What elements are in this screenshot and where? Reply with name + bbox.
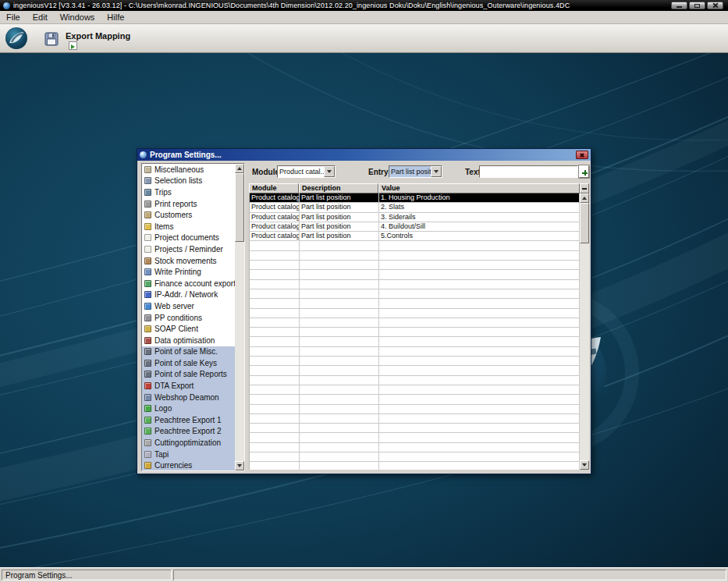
table-row[interactable]	[250, 241, 580, 250]
sidebar-scrollbar[interactable]	[235, 164, 244, 470]
table-cell	[300, 241, 379, 250]
sidebar-item-customers[interactable]: Customers	[142, 209, 235, 221]
table-row[interactable]	[250, 462, 580, 470]
entry-dropdown[interactable]: Part list positi...	[389, 165, 442, 178]
save-button[interactable]	[43, 30, 60, 48]
sidebar-item-webshop-deamon[interactable]: Webshop Deamon	[142, 392, 235, 403]
table-scrollbar[interactable]	[580, 193, 589, 470]
table-row[interactable]: Product catalogsPart list position1. Hou…	[250, 193, 580, 203]
table-row[interactable]	[250, 299, 580, 308]
sidebar-item-label: Items	[154, 222, 173, 231]
sidebar-item-peachtree-export-2[interactable]: Peachtree Export 2	[142, 426, 235, 438]
dropdown-button[interactable]	[431, 166, 442, 177]
sidebar-item-label: Write Printing	[154, 268, 201, 276]
table-cell	[379, 270, 580, 279]
scroll-up-button[interactable]	[235, 164, 244, 173]
sidebar-item-project-documents[interactable]: Project documents	[142, 232, 235, 244]
sidebar-item-cuttingoptimization[interactable]: Cuttingoptimization	[142, 437, 235, 449]
sidebar-item-point-of-sale-misc[interactable]: Point of sale Misc.	[142, 346, 235, 358]
table-row[interactable]	[250, 366, 580, 375]
dialog-close-button[interactable]	[576, 151, 588, 159]
table-row[interactable]	[250, 337, 580, 346]
table-row[interactable]: Product catalogsPart list position3. Sid…	[250, 213, 580, 222]
sidebar-item-label: PP conditions	[154, 314, 202, 322]
scroll-thumb[interactable]	[235, 173, 244, 242]
scroll-up-button[interactable]	[580, 193, 589, 203]
sidebar-item-miscellaneous[interactable]: Miscellaneous	[142, 164, 235, 176]
maximize-button[interactable]	[689, 2, 705, 9]
column-options-button[interactable]	[580, 183, 589, 193]
sidebar-item-label: Trips	[154, 188, 172, 197]
table-row[interactable]	[250, 357, 580, 366]
table-row[interactable]	[250, 328, 580, 337]
table-row[interactable]	[250, 347, 580, 357]
globe-icon	[144, 303, 151, 310]
table-row[interactable]: Product catalogsPart list position5.Cont…	[250, 232, 580, 241]
table-row[interactable]	[250, 289, 580, 299]
table-row[interactable]	[250, 424, 580, 433]
table-row[interactable]	[250, 376, 580, 385]
menu-edit[interactable]: Edit	[27, 11, 54, 24]
dialog-titlebar[interactable]: Program Settings...	[137, 149, 591, 161]
table-cell	[250, 299, 300, 307]
sidebar-item-finance-account-export[interactable]: Finance account export	[142, 278, 235, 289]
window-controls	[671, 2, 723, 9]
status-bar: Program Settings...	[0, 567, 728, 582]
sidebar-item-point-of-sale-keys[interactable]: Point of sale Keys	[142, 357, 235, 369]
table-row[interactable]: Product catalogsPart list position2. Sla…	[250, 203, 580, 212]
sidebar-item-soap-client[interactable]: SOAP Client	[142, 323, 235, 335]
table-row[interactable]	[250, 414, 580, 424]
table-row[interactable]	[250, 443, 580, 452]
table-cell	[379, 366, 580, 374]
sidebar-item-trips[interactable]: Trips	[142, 186, 235, 198]
scroll-down-button[interactable]	[580, 460, 589, 470]
scroll-thumb[interactable]	[580, 203, 589, 243]
table-row[interactable]	[250, 318, 580, 328]
table-cell: Product catalogs	[250, 193, 300, 202]
menu-hilfe[interactable]: Hilfe	[101, 11, 130, 24]
sidebar-item-stock-movements[interactable]: Stock movements	[142, 255, 235, 267]
menu-windows[interactable]: Windows	[54, 11, 101, 24]
export-mapping-button[interactable]: Export Mapping	[66, 28, 130, 42]
scroll-down-button[interactable]	[235, 461, 244, 470]
dropdown-button[interactable]	[324, 166, 335, 177]
sidebar-item-data-optimisation[interactable]: Data optimisation	[142, 335, 235, 346]
column-header-description[interactable]: Description	[299, 183, 378, 193]
table-row[interactable]	[250, 405, 580, 414]
table-cell	[300, 337, 379, 346]
add-entry-button[interactable]	[579, 165, 589, 178]
column-header-value[interactable]: Value	[378, 183, 580, 193]
table-row[interactable]	[250, 251, 580, 261]
table-row[interactable]	[250, 309, 580, 318]
module-dropdown[interactable]: Product catal...	[277, 165, 336, 178]
table-row[interactable]	[250, 280, 580, 289]
table-cell: 3. Siderails	[379, 213, 580, 222]
table-cell	[379, 289, 580, 298]
menu-file[interactable]: File	[0, 11, 27, 24]
sidebar-item-dta-export[interactable]: DTA Export	[142, 380, 235, 392]
table-row[interactable]	[250, 261, 580, 270]
sidebar-item-currencies[interactable]: Currencies	[142, 460, 235, 470]
sidebar-item-logo[interactable]: Logo	[142, 403, 235, 414]
table-row[interactable]	[250, 433, 580, 442]
sidebar-item-tapi[interactable]: Tapi	[142, 449, 235, 460]
sidebar-item-web-server[interactable]: Web server	[142, 300, 235, 312]
sidebar-item-pp-conditions[interactable]: PP conditions	[142, 312, 235, 324]
sidebar-item-items[interactable]: Items	[142, 221, 235, 232]
table-row[interactable]	[250, 385, 580, 395]
sidebar-item-print-reports[interactable]: Print reports	[142, 198, 235, 210]
table-row[interactable]	[250, 452, 580, 462]
sidebar-item-projects-reminder[interactable]: Projects / Reminder	[142, 243, 235, 255]
table-row[interactable]	[250, 270, 580, 279]
sidebar-item-point-of-sale-reports[interactable]: Point of sale Reports	[142, 369, 235, 381]
table-row[interactable]: Product catalogsPart list position4. Bui…	[250, 222, 580, 232]
sidebar-item-peachtree-export-1[interactable]: Peachtree Export 1	[142, 414, 235, 426]
sidebar-item-selection-lists[interactable]: Selection lists	[142, 176, 235, 187]
table-row[interactable]	[250, 395, 580, 404]
close-button[interactable]	[707, 2, 723, 9]
sidebar-item-write-printing[interactable]: Write Printing	[142, 266, 235, 278]
column-header-module[interactable]: Module	[249, 183, 299, 193]
minimize-button[interactable]	[671, 2, 687, 9]
text-input[interactable]	[479, 165, 578, 178]
sidebar-item-ip-addr-network[interactable]: IP-Addr. / Network	[142, 289, 235, 301]
